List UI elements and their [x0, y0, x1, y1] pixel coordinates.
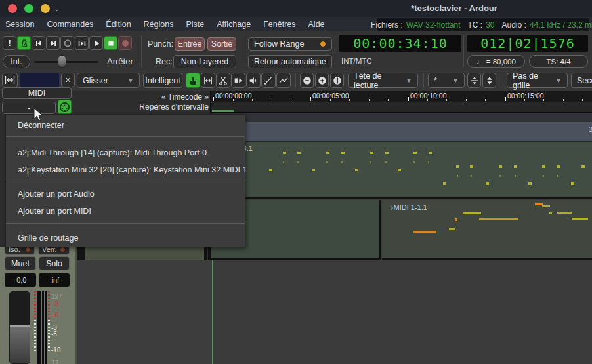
menu-piste[interactable]: Piste	[186, 20, 204, 29]
interval-markers-ruler-label[interactable]: Repères d'intervalle	[77, 102, 209, 111]
menu-affichage[interactable]: Affichage	[217, 20, 251, 29]
zoom-in-button[interactable]	[315, 73, 329, 88]
midi-region-1-1[interactable]: ♪MIDI 1-1.1	[382, 200, 592, 260]
rec-mode-button[interactable]: Non-Layered	[173, 55, 236, 68]
shrink-tracks-button[interactable]	[467, 73, 481, 88]
stretch-tool-button[interactable]	[231, 73, 245, 88]
play-range-button[interactable]	[75, 36, 89, 50]
primary-clock[interactable]: 00:00:34:10	[339, 35, 461, 52]
loop-button[interactable]	[60, 36, 74, 50]
range-tool-button[interactable]	[201, 73, 215, 88]
expand-tracks-button[interactable]	[482, 73, 496, 88]
record-button[interactable]	[118, 36, 132, 50]
shuttle-slider-track[interactable]	[34, 61, 98, 63]
monitor-int-button[interactable]: Int.	[3, 55, 30, 68]
go-to-end-button[interactable]	[46, 36, 60, 50]
clipped-region-label: 3.1	[589, 125, 592, 133]
midi-panic-button[interactable]: !	[3, 36, 16, 50]
interval-markers-ruler[interactable]	[211, 102, 592, 113]
zoom-to-session-button[interactable]	[330, 73, 344, 88]
empty-track-lane[interactable]: 3.1	[211, 122, 592, 142]
midi-region-3-1[interactable]: ♪MIDI 1-3.1	[211, 142, 592, 199]
chevron-down-icon: ▼	[127, 77, 134, 84]
header-column-empty	[75, 260, 211, 364]
menu-session[interactable]: Session	[5, 20, 34, 29]
menu-item-add-audio-port[interactable]: Ajouter un port Audio	[6, 186, 245, 203]
tempo-button[interactable]: ♩ = 80,000	[467, 55, 525, 68]
smart-mode-button[interactable]: Intelligent	[143, 73, 182, 88]
divider	[141, 35, 142, 67]
menu-separator	[6, 136, 245, 137]
shuttle-slider-handle[interactable]	[58, 55, 66, 68]
time-signature-button[interactable]: TS: 4/4	[529, 55, 588, 68]
auto-return-button[interactable]: Retour automatique	[248, 55, 332, 68]
files-value: WAV 32-flottant	[406, 20, 461, 30]
region-label: ♪MIDI 1-1.1	[390, 203, 427, 211]
audition-tool-button[interactable]	[246, 73, 261, 88]
peak-display[interactable]: -inf	[39, 273, 70, 287]
transport-buttons: !	[3, 36, 132, 50]
edit-automation-tool-button[interactable]	[276, 73, 291, 88]
zoom-focus-value: *	[434, 76, 437, 85]
timecode-ruler[interactable]: 00:00:00:0000:00:05:0000:00:10:0000:00:1…	[211, 91, 592, 102]
mute-button[interactable]: Muet	[5, 256, 36, 270]
cut-tool-button[interactable]	[216, 73, 230, 88]
midi-input-button[interactable]: -	[2, 102, 56, 114]
solo-button[interactable]: Solo	[39, 256, 70, 270]
divider	[463, 35, 464, 67]
menu-commandes[interactable]: Commandes	[47, 20, 93, 29]
nudge-clock[interactable]	[19, 73, 60, 87]
menu-regions[interactable]: Régions	[144, 20, 174, 29]
track-name-button[interactable]: MIDI	[2, 87, 72, 99]
menu-item-add-midi-port[interactable]: Ajouter un port MIDI	[6, 203, 245, 220]
menu-aide[interactable]: Aide	[308, 20, 325, 29]
scroomer-edge[interactable]	[204, 247, 207, 260]
punch-label: Punch:	[148, 39, 173, 49]
midi-din-connector-button[interactable]	[58, 100, 72, 114]
window-title: *testoclavier - Ardour	[411, 3, 497, 13]
maximize-window-button[interactable]	[24, 4, 33, 13]
menu-item-keystation-port[interactable]: a2j:Keystation Mini 32 [20] (capture): K…	[6, 161, 245, 178]
minimize-window-button[interactable]	[41, 4, 50, 13]
play-button[interactable]	[89, 36, 103, 50]
menu-item-disconnect[interactable]: Déconnecter	[6, 117, 245, 133]
menu-item-midi-through-port[interactable]: a2j:Midi Through [14] (capture): Midi Th…	[6, 144, 245, 161]
follow-range-label: Follow Range	[254, 39, 304, 49]
menu-fenetres[interactable]: Fenêtres	[263, 20, 295, 29]
zoom-out-button[interactable]	[300, 73, 314, 88]
punch-in-button[interactable]: Entrée	[175, 37, 205, 51]
menu-item-routing-grid[interactable]: Grille de routage	[6, 230, 245, 247]
grid-mode-dropdown[interactable]: Pas de grille▼	[507, 73, 568, 88]
edit-point-dropdown[interactable]: Tête de lecture▼	[348, 73, 418, 88]
grid-unit-dropdown[interactable]: Secondes	[571, 73, 592, 88]
nudge-clear-button[interactable]: ×	[61, 73, 75, 87]
stop-button[interactable]	[104, 36, 117, 50]
tc-value: 30	[486, 20, 494, 30]
zoom-focus-dropdown[interactable]: *▼	[428, 73, 465, 88]
secondary-clock[interactable]: 012|02|1576	[467, 35, 588, 52]
editor-canvas[interactable]: 00:00:00:0000:00:05:0000:00:10:0000:00:1…	[211, 91, 592, 364]
chevron-down-icon: ▼	[406, 77, 412, 84]
gain-fader[interactable]	[9, 291, 30, 364]
go-to-start-button[interactable]	[32, 36, 45, 50]
divider	[335, 35, 335, 67]
gain-display[interactable]: -0,0	[5, 273, 36, 287]
sync-source-label[interactable]: INT/MTC	[341, 57, 372, 65]
scroomer-edge[interactable]	[208, 247, 211, 260]
punch-out-button[interactable]: Sortie	[207, 37, 236, 51]
nudge-button[interactable]	[2, 73, 18, 87]
close-window-button[interactable]	[8, 4, 17, 13]
menu-separator	[6, 182, 245, 182]
titlebar[interactable]: ⌄ *testoclavier - Ardour	[0, 0, 592, 18]
chevron-down-icon[interactable]: ⌄	[54, 5, 60, 13]
metronome-button[interactable]	[17, 36, 31, 50]
follow-range-button[interactable]: Follow Range	[248, 37, 332, 51]
auto-return-led	[326, 58, 328, 65]
divider	[501, 73, 501, 87]
menu-edition[interactable]: Édition	[106, 20, 131, 29]
grab-tool-button[interactable]	[186, 73, 200, 88]
draw-tool-button[interactable]	[261, 73, 276, 88]
timecode-ruler-label[interactable]: « Timecode »	[77, 92, 209, 102]
ardour-window: ⌄ *testoclavier - Ardour Session Command…	[0, 0, 592, 364]
drag-mode-dropdown[interactable]: Glisser▼	[77, 73, 140, 88]
